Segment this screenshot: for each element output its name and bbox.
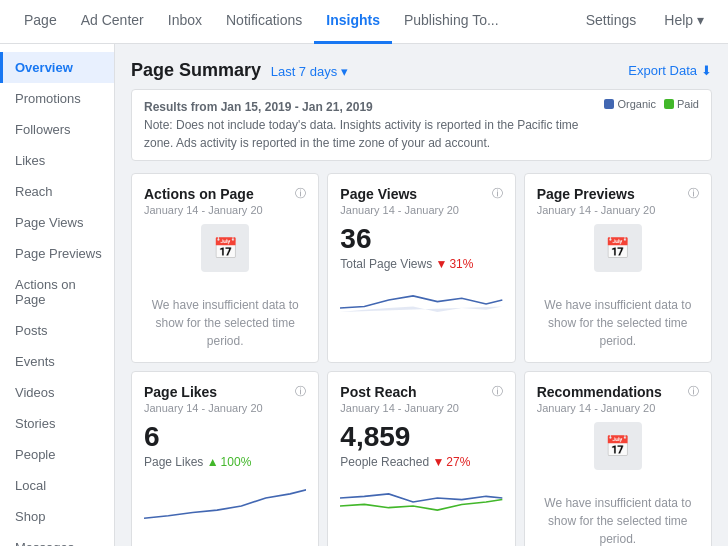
nav-ad-center[interactable]: Ad Center [69, 0, 156, 44]
info-icon-0[interactable]: ⓘ [295, 186, 306, 201]
legend-organic: Organic [604, 98, 656, 110]
export-label: Export Data [628, 63, 697, 78]
paid-dot [664, 99, 674, 109]
insufficient-text-0: We have insufficient data to show for th… [144, 296, 306, 350]
page-layout: Overview Promotions Followers Likes Reac… [0, 44, 728, 546]
top-navigation: Page Ad Center Inbox Notifications Insig… [0, 0, 728, 44]
cal-glyph-0: 📅 [213, 236, 238, 260]
legend-paid: Paid [664, 98, 699, 110]
metric-sub-4: People Reached 27% [340, 455, 502, 469]
notice-text: Results from Jan 15, 2019 - Jan 21, 2019… [144, 98, 592, 152]
sidebar-item-actions-on-page[interactable]: Actions on Page [0, 269, 114, 315]
metric-change-1: 31% [436, 257, 474, 271]
metrics-grid: ⓘ Actions on Page January 14 - January 2… [131, 173, 712, 546]
info-icon-2[interactable]: ⓘ [688, 186, 699, 201]
arrow-down-1 [436, 257, 448, 271]
calendar-icon-0: 📅 [201, 224, 249, 272]
sub-label-3: Page Likes [144, 455, 203, 469]
nav-page[interactable]: Page [12, 0, 69, 44]
metric-value-3: 6 [144, 422, 306, 453]
main-content: Page Summary Last 7 days ▾ Export Data ⬇… [115, 44, 728, 546]
calendar-icon-5: 📅 [594, 422, 642, 470]
notice-body: Note: Does not include today's data. Ins… [144, 118, 579, 150]
sidebar-item-promotions[interactable]: Promotions [0, 83, 114, 114]
sub-label-4: People Reached [340, 455, 429, 469]
sidebar-item-posts[interactable]: Posts [0, 315, 114, 346]
nav-inbox[interactable]: Inbox [156, 0, 214, 44]
chart-svg-3 [144, 477, 306, 527]
metric-page-previews: ⓘ Page Previews January 14 - January 20 … [524, 173, 712, 363]
sidebar-item-videos[interactable]: Videos [0, 377, 114, 408]
chart-svg-1 [340, 279, 502, 329]
organic-dot [604, 99, 614, 109]
sidebar-item-shop[interactable]: Shop [0, 501, 114, 532]
metric-change-4: 27% [432, 455, 470, 469]
metric-change-3: 100% [207, 455, 252, 469]
change-val-1: 31% [449, 257, 473, 271]
nav-help[interactable]: Help ▾ [652, 0, 716, 44]
sidebar-item-reach[interactable]: Reach [0, 176, 114, 207]
info-icon-3[interactable]: ⓘ [295, 384, 306, 399]
summary-title-row: Page Summary Last 7 days ▾ [131, 60, 348, 81]
sub-label-1: Total Page Views [340, 257, 432, 271]
chart-svg-4 [340, 477, 502, 527]
legend: Organic Paid [604, 98, 699, 110]
sidebar-item-overview[interactable]: Overview [0, 52, 114, 83]
sidebar-item-messages[interactable]: Messages [0, 532, 114, 546]
metric-page-views: ⓘ Page Views January 14 - January 20 36 … [327, 173, 515, 363]
metric-date-1: January 14 - January 20 [340, 204, 502, 216]
sidebar-item-local[interactable]: Local [0, 470, 114, 501]
metric-date-4: January 14 - January 20 [340, 402, 502, 414]
summary-header: Page Summary Last 7 days ▾ Export Data ⬇ [131, 60, 712, 81]
notice-date-range: Results from Jan 15, 2019 - Jan 21, 2019 [144, 100, 373, 114]
metric-recommendations: ⓘ Recommendations January 14 - January 2… [524, 371, 712, 546]
sidebar: Overview Promotions Followers Likes Reac… [0, 44, 115, 546]
info-icon-1[interactable]: ⓘ [492, 186, 503, 201]
metric-label-0: Actions on Page [144, 186, 306, 202]
metric-date-5: January 14 - January 20 [537, 402, 699, 414]
nav-left: Page Ad Center Inbox Notifications Insig… [12, 0, 511, 44]
info-icon-5[interactable]: ⓘ [688, 384, 699, 399]
summary-period[interactable]: Last 7 days ▾ [271, 64, 348, 79]
sidebar-item-followers[interactable]: Followers [0, 114, 114, 145]
nav-settings[interactable]: Settings [574, 0, 649, 44]
arrow-up-3 [207, 455, 219, 469]
metric-date-3: January 14 - January 20 [144, 402, 306, 414]
info-icon-4[interactable]: ⓘ [492, 384, 503, 399]
chart-post-reach [340, 477, 502, 527]
sidebar-item-events[interactable]: Events [0, 346, 114, 377]
cal-glyph-5: 📅 [605, 434, 630, 458]
metric-value-4: 4,859 [340, 422, 502, 453]
arrow-down-4 [432, 455, 444, 469]
metric-label-3: Page Likes [144, 384, 306, 400]
metric-date-2: January 14 - January 20 [537, 204, 699, 216]
export-button[interactable]: Export Data ⬇ [628, 63, 712, 78]
metric-post-reach: ⓘ Post Reach January 14 - January 20 4,8… [327, 371, 515, 546]
insufficient-text-5: We have insufficient data to show for th… [537, 494, 699, 546]
calendar-icon-2: 📅 [594, 224, 642, 272]
nav-notifications[interactable]: Notifications [214, 0, 314, 44]
metric-label-2: Page Previews [537, 186, 699, 202]
sidebar-item-page-views[interactable]: Page Views [0, 207, 114, 238]
chart-page-views [340, 279, 502, 329]
sidebar-item-likes[interactable]: Likes [0, 145, 114, 176]
notice-box: Results from Jan 15, 2019 - Jan 21, 2019… [131, 89, 712, 161]
metric-label-4: Post Reach [340, 384, 502, 400]
nav-right: Settings Help ▾ [574, 0, 716, 44]
sidebar-item-stories[interactable]: Stories [0, 408, 114, 439]
chart-page-likes [144, 477, 306, 527]
organic-label: Organic [617, 98, 656, 110]
paid-label: Paid [677, 98, 699, 110]
metric-page-likes: ⓘ Page Likes January 14 - January 20 6 P… [131, 371, 319, 546]
sidebar-item-page-previews[interactable]: Page Previews [0, 238, 114, 269]
metric-date-0: January 14 - January 20 [144, 204, 306, 216]
change-val-3: 100% [221, 455, 252, 469]
sidebar-item-people[interactable]: People [0, 439, 114, 470]
insufficient-text-2: We have insufficient data to show for th… [537, 296, 699, 350]
metric-label-5: Recommendations [537, 384, 699, 400]
metric-sub-1: Total Page Views 31% [340, 257, 502, 271]
metric-actions-on-page: ⓘ Actions on Page January 14 - January 2… [131, 173, 319, 363]
nav-insights[interactable]: Insights [314, 0, 392, 44]
nav-publishing[interactable]: Publishing To... [392, 0, 511, 44]
cal-glyph-2: 📅 [605, 236, 630, 260]
